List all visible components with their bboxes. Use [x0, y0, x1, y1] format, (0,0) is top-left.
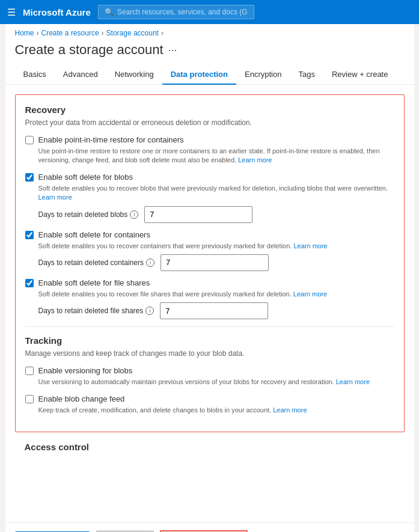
- azure-header: ☰ Microsoft Azure 🔍: [0, 0, 419, 24]
- access-control-title: Access control: [25, 442, 395, 452]
- pitr-item: Enable point-in-time restore for contain…: [25, 135, 394, 165]
- tab-basics[interactable]: Basics: [15, 65, 55, 85]
- breadcrumb-create-resource[interactable]: Create a resource: [41, 29, 99, 37]
- versioning-learn-more[interactable]: Learn more: [336, 378, 370, 385]
- tracking-title: Tracking: [25, 335, 394, 346]
- versioning-item: Enable versioning for blobs Use versioni…: [25, 366, 394, 387]
- soft-fileshare-learn-more[interactable]: Learn more: [293, 290, 327, 298]
- soft-container-label[interactable]: Enable soft delete for containers: [38, 230, 150, 239]
- pitr-label[interactable]: Enable point-in-time restore for contain…: [38, 135, 184, 144]
- search-bar[interactable]: 🔍: [98, 5, 254, 19]
- soft-fileshare-checkbox[interactable]: [25, 279, 34, 287]
- soft-fileshare-days-row: Days to retain deleted file shares i: [38, 302, 394, 319]
- soft-blob-days-label: Days to retain deleted blobs i: [38, 210, 139, 219]
- soft-container-sub: Soft delete enables you to recover conta…: [38, 242, 394, 251]
- soft-blob-item: Enable soft delete for blobs Soft delete…: [25, 173, 394, 223]
- section-box: Recovery Protect your data from accident…: [15, 94, 405, 432]
- soft-blob-days-input[interactable]: [144, 206, 252, 223]
- soft-blob-label[interactable]: Enable soft delete for blobs: [38, 173, 133, 182]
- search-input[interactable]: [117, 8, 248, 16]
- soft-fileshare-sub: Soft delete enables you to recover file …: [38, 290, 394, 299]
- soft-container-days-input[interactable]: [161, 254, 269, 271]
- tab-data-protection[interactable]: Data protection: [162, 65, 236, 85]
- change-feed-checkbox[interactable]: [25, 395, 34, 403]
- access-control-section: Access control: [15, 442, 405, 465]
- soft-container-info-icon[interactable]: i: [146, 258, 154, 267]
- azure-logo: Microsoft Azure: [23, 7, 91, 17]
- versioning-sub: Use versioning to automatically maintain…: [38, 378, 394, 387]
- breadcrumb: Home › Create a resource › Storage accou…: [5, 24, 414, 40]
- soft-blob-info-icon[interactable]: i: [130, 210, 138, 219]
- versioning-checkbox[interactable]: [25, 367, 34, 375]
- soft-container-days-row: Days to retain deleted containers i: [38, 254, 394, 271]
- recovery-desc: Protect your data from accidental or err…: [25, 118, 394, 127]
- page-wrapper: Home › Create a resource › Storage accou…: [5, 24, 414, 532]
- soft-fileshare-days-input[interactable]: [160, 302, 268, 319]
- hamburger-icon[interactable]: ☰: [7, 7, 16, 18]
- section-divider: [25, 326, 394, 327]
- tab-tags[interactable]: Tags: [290, 65, 323, 85]
- tab-review-create[interactable]: Review + create: [323, 65, 397, 85]
- pitr-checkbox[interactable]: [25, 136, 34, 144]
- soft-container-checkbox[interactable]: [25, 231, 34, 239]
- main-content: Recovery Protect your data from accident…: [5, 85, 414, 522]
- footer-bar: Review + create < Previous Next : Encryp…: [5, 522, 414, 532]
- tabs-row: Basics Advanced Networking Data protecti…: [5, 65, 414, 85]
- soft-fileshare-item: Enable soft delete for file shares Soft …: [25, 278, 394, 319]
- change-feed-item: Enable blob change feed Keep track of cr…: [25, 394, 394, 415]
- change-feed-learn-more[interactable]: Learn more: [273, 406, 307, 414]
- soft-blob-checkbox[interactable]: [25, 173, 34, 182]
- tab-advanced[interactable]: Advanced: [55, 65, 106, 85]
- versioning-label[interactable]: Enable versioning for blobs: [38, 366, 133, 375]
- soft-container-learn-more[interactable]: Learn more: [293, 242, 327, 249]
- soft-fileshare-days-label: Days to retain deleted file shares i: [38, 307, 154, 315]
- change-feed-label[interactable]: Enable blob change feed: [38, 394, 125, 403]
- page-title-row: Create a storage account ···: [5, 40, 414, 65]
- more-options-icon[interactable]: ···: [168, 44, 177, 57]
- soft-fileshare-label[interactable]: Enable soft delete for file shares: [38, 278, 150, 287]
- breadcrumb-sep1: ›: [37, 29, 39, 37]
- soft-blob-sub: Soft delete enables you to recover blobs…: [38, 184, 394, 203]
- search-icon: 🔍: [105, 8, 114, 16]
- soft-container-item: Enable soft delete for containers Soft d…: [25, 230, 394, 271]
- tab-encryption[interactable]: Encryption: [236, 65, 290, 85]
- tab-networking[interactable]: Networking: [106, 65, 162, 85]
- soft-blob-learn-more[interactable]: Learn more: [38, 194, 72, 201]
- breadcrumb-sep2: ›: [102, 29, 104, 37]
- pitr-learn-more[interactable]: Learn more: [238, 156, 272, 164]
- breadcrumb-storage-account[interactable]: Storage account: [106, 29, 159, 37]
- tracking-desc: Manage versions and keep track of change…: [25, 349, 394, 358]
- recovery-title: Recovery: [25, 105, 394, 115]
- breadcrumb-sep3: ›: [161, 29, 164, 37]
- breadcrumb-home[interactable]: Home: [15, 29, 34, 37]
- page-title: Create a storage account: [15, 42, 164, 58]
- soft-container-days-label: Days to retain deleted containers i: [38, 258, 154, 267]
- pitr-sub: Use point-in-time restore to restore one…: [38, 147, 394, 165]
- soft-blob-days-row: Days to retain deleted blobs i: [38, 206, 394, 223]
- change-feed-sub: Keep track of create, modification, and …: [38, 406, 394, 415]
- soft-fileshare-info-icon[interactable]: i: [145, 307, 154, 315]
